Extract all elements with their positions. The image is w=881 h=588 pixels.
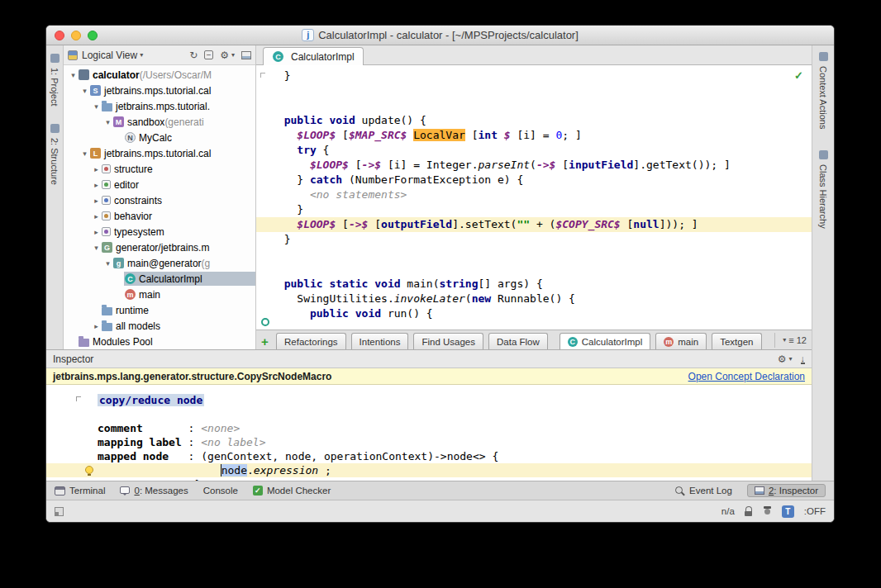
code-segment: $LOOP$	[310, 159, 349, 171]
code-line[interactable]: mapping label : <no label>	[46, 435, 812, 449]
code-line[interactable]: }	[256, 232, 812, 247]
code-line[interactable]	[256, 83, 812, 98]
hide-panel-icon[interactable]	[241, 51, 251, 59]
code-line[interactable]	[256, 98, 812, 113]
code-line[interactable]: }	[256, 69, 812, 83]
inspector-editor[interactable]: copy/reduce nodecomment : <none>mapping …	[46, 385, 812, 481]
tree-item-mycalc[interactable]: NMyCalc	[64, 130, 255, 145]
code-line[interactable]	[46, 407, 812, 421]
toolwindow-button-terminal[interactable]: Terminal	[55, 486, 105, 496]
tree-toggle-icon[interactable]: ▾	[80, 149, 89, 158]
editor-tab-calculatorimpl[interactable]: C CalculatorImpl	[263, 47, 364, 65]
code-line[interactable]: } catch (NumberFormatException e) {	[256, 173, 812, 187]
editor-code[interactable]: ✓ } public void update() { $LOOP$ [$MAP_…	[256, 65, 812, 330]
code-line[interactable]: try {	[256, 143, 812, 158]
tree-item-runtime[interactable]: runtime	[64, 302, 255, 318]
lock-icon[interactable]	[745, 506, 753, 517]
toolwindow-button-2-inspector[interactable]: 2: Inspector	[747, 484, 826, 497]
code-line[interactable]: public static void main(string[] args) {	[256, 277, 812, 292]
tree-item-content: Ljetbrains.mps.tutorial.cal	[89, 146, 255, 160]
close-button[interactable]	[55, 31, 64, 40]
code-line[interactable]: SwingUtilities.invokeLater(new Runnable(…	[256, 292, 812, 306]
toolwindow-button-2-structure[interactable]: 2: Structure	[50, 122, 60, 185]
toolwindow-button-model-checker[interactable]: ✓Model Checker	[253, 486, 331, 496]
project-toolbar-actions: ↻ − ⚙▾	[189, 50, 251, 61]
tree-item-constraints[interactable]: ▸constraints	[64, 192, 255, 208]
toolwindow-button-console[interactable]: Console	[203, 486, 238, 496]
code-line[interactable]: <no statements>	[256, 187, 812, 202]
tree-toggle-icon[interactable]: ▾	[80, 87, 89, 95]
tree-toggle-icon[interactable]: ▸	[92, 181, 101, 189]
tab-intentions[interactable]: Intentions	[351, 333, 409, 349]
tree-toggle-icon[interactable]: ▸	[92, 212, 101, 220]
code-line[interactable]: node.expression ;	[46, 463, 812, 477]
doc-tab-textgen[interactable]: Textgen	[712, 333, 761, 349]
settings-gear-icon[interactable]: ⚙▾	[220, 50, 235, 61]
tree-toggle-icon[interactable]: ▸	[92, 197, 101, 205]
toolwindow-toggle-icon[interactable]	[55, 507, 64, 516]
tree-item-sandbox[interactable]: ▾Msandbox (generati	[64, 114, 255, 130]
code-line[interactable]: public void update() {	[256, 113, 812, 128]
code-line[interactable]: $LOOP$ [->$ [outputField].setText("" + (…	[256, 217, 812, 232]
tree-item-calculator[interactable]: ▾calculator (/Users/Oscar/M	[64, 67, 255, 83]
code-line[interactable]: $LOOP$ [$MAP_SRC$ LocalVar [int $ [i] = …	[256, 128, 812, 143]
tree-toggle-icon[interactable]: ▾	[103, 118, 112, 126]
tabs-overflow[interactable]: ▾ ≡ 12	[774, 333, 807, 348]
code-line[interactable]: $LOOP$ [->$ [i] = Integer.parseInt(->$ […	[256, 158, 812, 173]
tree-item-jetbrains-mps-tutorial[interactable]: ▾jetbrains.mps.tutorial.	[64, 98, 255, 114]
inspector-settings-gear-icon[interactable]: ⚙▾	[778, 353, 793, 365]
code-line[interactable]: public void run() {	[256, 306, 812, 321]
code-segment: [	[349, 159, 362, 171]
titlebar[interactable]: j CalculatorImpl - calculator - [~/MPSPr…	[46, 26, 834, 45]
add-tab-button[interactable]: +	[261, 335, 269, 348]
tree-item-behavior[interactable]: ▸behavior	[64, 208, 255, 224]
code-line[interactable]	[256, 262, 812, 277]
tree-item-calculatorimpl[interactable]: CCalculatorImpl	[64, 271, 255, 287]
tree-toggle-icon[interactable]: ▾	[92, 102, 101, 111]
code-line[interactable]: comment : <none>	[46, 421, 812, 435]
zoom-button[interactable]	[88, 31, 98, 40]
toolwindow-button-0-messages[interactable]: 0: Messages	[120, 486, 188, 496]
typesystem-badge[interactable]: T	[782, 505, 794, 518]
inspector-hide-icon[interactable]: ↓	[801, 354, 806, 364]
window-title: j CalculatorImpl - calculator - [~/MPSPr…	[46, 26, 834, 45]
tree-item-all-models[interactable]: ▸all models	[64, 318, 255, 334]
tree-item-generator-jetbrains-m[interactable]: ▾Ggenerator/jetbrains.m	[64, 239, 255, 255]
toolwindow-button-event-log[interactable]: Event Log	[674, 486, 732, 496]
tree-item-main-generator[interactable]: ▾gmain@generator (g	[64, 255, 255, 271]
code-line[interactable]: copy/reduce node	[46, 393, 812, 407]
tree-toggle-icon[interactable]: ▾	[69, 71, 78, 79]
tree-toggle-icon[interactable]: ▾	[92, 244, 101, 252]
tab-find-usages[interactable]: Find Usages	[413, 333, 483, 349]
tree-item-main[interactable]: mmain	[64, 287, 255, 302]
highlighting-level-icon[interactable]	[763, 506, 772, 516]
tree-toggle-icon[interactable]: ▸	[92, 228, 101, 236]
tree-item-jetbrains-mps-tutorial-cal[interactable]: ▾Sjetbrains.mps.tutorial.cal	[64, 83, 255, 98]
navigate-up-icon[interactable]	[261, 318, 269, 326]
tab-refactorings[interactable]: Refactorings	[276, 333, 346, 349]
doc-tab-main[interactable]: mmain	[655, 333, 707, 349]
tree-item-editor[interactable]: ▸editor	[64, 177, 255, 192]
view-selector[interactable]: Logical View	[82, 50, 137, 61]
tree-item-jetbrains-mps-tutorial-cal[interactable]: ▾Ljetbrains.mps.tutorial.cal	[64, 145, 255, 161]
collapse-all-icon[interactable]: −	[204, 50, 213, 59]
toolwindow-button-class-hierarchy[interactable]: Class Hierarchy	[818, 149, 828, 229]
tree-item-modules-pool[interactable]: Modules Pool	[64, 334, 255, 349]
toolwindow-button-1-project[interactable]: 1: Project	[50, 52, 60, 106]
code-line[interactable]: mapped node : (genContext, node, operati…	[46, 449, 812, 463]
toolwindow-button-context-actions[interactable]: Context Actions	[818, 50, 828, 129]
doc-tab-calculatorimpl[interactable]: CCalculatorImpl	[560, 333, 651, 349]
tab-data-flow[interactable]: Data Flow	[488, 333, 548, 349]
intention-bulb-icon[interactable]	[85, 466, 93, 474]
minimize-button[interactable]	[71, 31, 81, 40]
tree-item-typesystem[interactable]: ▸typesystem	[64, 224, 255, 239]
tree-item-structure[interactable]: ▸structure	[64, 161, 255, 177]
open-concept-declaration-link[interactable]: Open Concept Declaration	[688, 371, 805, 382]
refresh-icon[interactable]: ↻	[189, 50, 198, 61]
tree-toggle-icon[interactable]: ▾	[103, 259, 112, 268]
tree-toggle-icon[interactable]: ▸	[92, 322, 101, 330]
code-line[interactable]: }	[256, 202, 812, 217]
code-line[interactable]: }	[46, 477, 812, 481]
code-line[interactable]	[256, 247, 812, 262]
tree-toggle-icon[interactable]: ▸	[92, 165, 101, 173]
